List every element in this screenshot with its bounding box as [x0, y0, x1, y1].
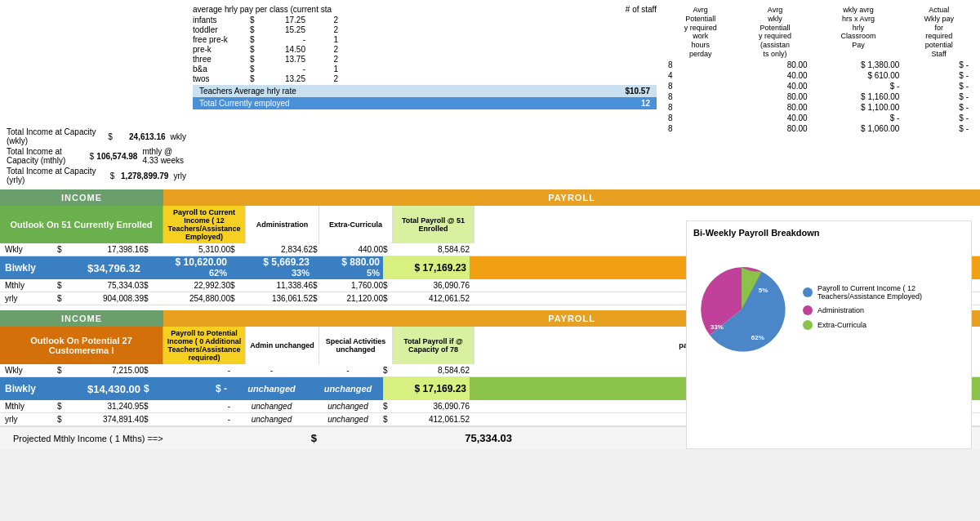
- income-mthly-value: 106,574.98: [94, 152, 137, 161]
- wkly-total-val-2: 8,584.62: [396, 364, 470, 376]
- chart-title: Bi-Weekly Payroll Breakdown: [693, 228, 964, 238]
- avg-row-dollar-0: $: [250, 16, 265, 24]
- wkly-income-val-1: 17,398.16: [70, 243, 144, 256]
- legend-label-blue: Payroll to Current Income ( 12 Teachers/…: [817, 284, 964, 301]
- mthly-total-val-2: 36,090.76: [396, 400, 470, 412]
- chart-container: Bi-Weekly Payroll Breakdown 5% 33% 62%: [686, 220, 972, 449]
- payroll-header-1: PAYROLL: [163, 189, 980, 206]
- legend-dot-blue: [803, 287, 813, 297]
- biwkly-income-val-2: $14,430.00: [57, 377, 144, 400]
- avrg-row-v3-3: $ -: [904, 91, 973, 102]
- mthly-income-val-1: 75,334.03: [70, 279, 144, 292]
- projected-label: Projected Mthly Income ( 1 Mths) ==>: [13, 434, 163, 443]
- mthly-income-dollar-1: $: [57, 279, 70, 292]
- biwkly-admin-col-1: $ 5,669.23 33%: [230, 256, 313, 279]
- projected-dollar: $: [311, 432, 317, 444]
- legend-label-purple: Administration: [817, 306, 864, 314]
- income-header-1: INCOME: [0, 189, 163, 206]
- extra-header-1: Extra-Curricula: [318, 206, 392, 243]
- income-mthly-period: mthly @ 4.33 weeks: [142, 147, 186, 165]
- wkly-admin-val-1: 2,834.62: [243, 243, 313, 256]
- yrly-admin-dollar-1: $: [230, 292, 243, 305]
- income-mthly-dollar: $: [84, 152, 94, 161]
- income-yrly-label: Total Income at Capacity (yrly): [7, 167, 103, 185]
- outlook-label-2: Outlook On Potential 27 Customerema l: [0, 327, 163, 364]
- avg-row-staff-6: 2: [305, 74, 338, 83]
- avg-row-dollar-3: $: [250, 45, 265, 54]
- yrly-extra-val-2: unchanged: [313, 413, 383, 425]
- avrg-row-h-5: 8: [663, 113, 737, 123]
- avrg-cols-section: AvrgPotentially requiredworkhoursperday …: [663, 5, 973, 186]
- avg-row-label-6: twos: [193, 74, 250, 83]
- avg-row-staff-1: 2: [305, 25, 338, 34]
- avrg-row-v2-4: $ 1,100.00: [813, 102, 905, 113]
- avrg-col1-header: AvrgPotentially requiredworkhoursperday: [663, 5, 737, 60]
- yrly-total-val-2: 412,061.52: [396, 413, 470, 425]
- avg-row-label-1: toddler: [193, 25, 250, 34]
- avg-row-dollar-5: $: [250, 65, 265, 73]
- income-wkly-value: 24,613.16: [113, 132, 166, 141]
- mthly-payroll-val-1: 22,992.30: [157, 279, 230, 292]
- avg-row-1: toddler $ 15.25 2: [193, 25, 657, 34]
- yrly-payroll-dollar-2: $: [144, 413, 157, 425]
- teachers-avg-label: Teachers Average hrly rate: [199, 87, 296, 96]
- avrg-row-3: 8 80.00 $ 1,160.00 $ -: [663, 91, 973, 102]
- avrg-row-v1-1: 40.00: [737, 70, 812, 81]
- legend-dot-green: [803, 320, 813, 330]
- wkly-payroll-dollar-2: $: [144, 364, 157, 376]
- biwkly-label-2: Biwkly: [0, 377, 57, 400]
- income-wkly-dollar: $: [100, 132, 112, 141]
- avg-row-rate-6: 13.25: [265, 74, 305, 83]
- avrg-row-v2-5: $ -: [813, 113, 905, 123]
- avrg-row-v3-6: $ -: [904, 123, 973, 134]
- mthly-label-2: Mthly: [0, 400, 57, 412]
- income-header-2: INCOME: [0, 310, 163, 327]
- avrg-row-v2-6: $ 1,060.00: [813, 123, 905, 134]
- avrg-row-v1-4: 80.00: [737, 102, 812, 113]
- avg-row-2: free pre-k $ - 1: [193, 35, 657, 44]
- avg-row-5: b&a $ - 1: [193, 65, 657, 73]
- mthly-payroll-dollar-2: $: [144, 400, 157, 412]
- avg-header-row: average hrly pay per class (current sta …: [193, 5, 657, 14]
- avg-row-dollar-2: $: [250, 35, 265, 44]
- mthly-payroll-val-2: -: [157, 400, 230, 412]
- biwkly-income-val-1: $34,796.32: [57, 256, 144, 279]
- avg-row-dollar-6: $: [250, 74, 265, 83]
- avrg-row-v1-3: 80.00: [737, 91, 812, 102]
- income-yrly-dollar: $: [103, 171, 115, 180]
- avg-row-dollar-1: $: [250, 25, 265, 34]
- yrly-extra-val-1: 21,120.00: [326, 292, 383, 305]
- income-wkly-period: wkly: [171, 132, 186, 141]
- wkly-total-dollar-2: $: [383, 364, 396, 376]
- income-yrly-value: 1,278,899.79: [114, 171, 168, 180]
- wkly-income-dollar-2: $: [57, 364, 70, 376]
- avrg-row-h-1: 4: [663, 70, 737, 81]
- legend-dot-purple: [803, 305, 813, 315]
- avrg-row-0: 8 80.00 $ 1,380.00 $ -: [663, 60, 973, 70]
- avg-header-staff: # of staff: [608, 5, 657, 14]
- avrg-row-h-6: 8: [663, 123, 737, 134]
- total-employed-value: 12: [641, 99, 650, 108]
- income-mthly-label: Total Income at Capacity (mthly): [7, 147, 84, 165]
- avg-row-label-4: three: [193, 55, 250, 64]
- avg-hrly-section: average hrly pay per class (current sta …: [186, 5, 663, 186]
- biwkly-admin-val-2: unchanged: [230, 377, 313, 400]
- mthly-income-val-2: 31,240.95: [70, 400, 144, 412]
- avrg-row-v3-1: $ -: [904, 70, 973, 81]
- total-payroll-header-1: Total Payroll @ 51 Enrolled: [392, 206, 474, 243]
- section1-header: INCOME PAYROLL: [0, 189, 980, 206]
- avrg-row-v2-3: $ 1,160.00: [813, 91, 905, 102]
- wkly-total-val-1: 8,584.62: [396, 243, 470, 256]
- avrg-col2-header: AvrgwklyPotentially required(assistants …: [737, 5, 812, 60]
- avg-rows-container: infants $ 17.25 2 toddler $ 15.25 2 free…: [193, 16, 657, 83]
- main-container: { "top": { "avg_table": { "header": "ave…: [0, 0, 980, 449]
- mthly-total-dollar-1: $: [383, 279, 396, 292]
- avg-row-0: infants $ 17.25 2: [193, 16, 657, 24]
- outlook-label-1: Outlook On 51 Currently Enrolled: [0, 206, 163, 243]
- yrly-income-dollar-1: $: [57, 292, 70, 305]
- avg-row-staff-0: 2: [305, 16, 338, 24]
- avrg-row-h-3: 8: [663, 91, 737, 102]
- pie-chart: 5% 33% 62%: [693, 244, 790, 375]
- income-mthly-row: Total Income at Capacity (mthly) $ 106,5…: [7, 147, 186, 165]
- avrg-row-6: 8 80.00 $ 1,060.00 $ -: [663, 123, 973, 134]
